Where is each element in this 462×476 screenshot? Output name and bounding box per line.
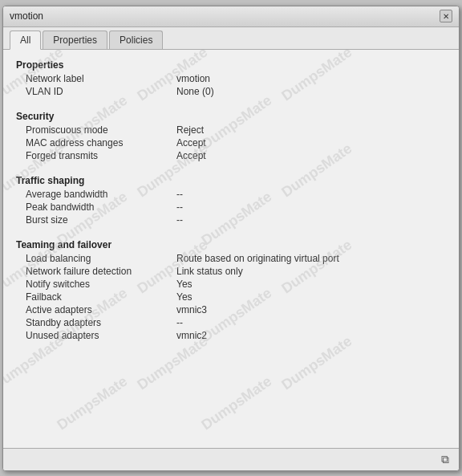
section-title-0: Properties <box>16 59 446 71</box>
prop-value-3-4: vmnic3 <box>176 304 446 315</box>
prop-value-2-1: -- <box>176 201 446 213</box>
table-row: Forged transmitsAccept <box>16 149 446 162</box>
close-button[interactable]: ✕ <box>440 10 452 22</box>
prop-label-0-1: VLAN ID <box>16 86 176 97</box>
title-bar: vmotion ✕ <box>3 6 459 27</box>
table-row: Average bandwidth-- <box>16 188 446 201</box>
prop-label-3-6: Unused adapters <box>16 330 176 341</box>
prop-value-2-0: -- <box>176 189 446 200</box>
table-row: Network failure detectionLink status onl… <box>16 265 446 278</box>
prop-value-0-0: vmotion <box>176 73 446 84</box>
tab-all[interactable]: All <box>10 31 41 50</box>
prop-label-3-5: Standby adapters <box>16 317 176 328</box>
prop-label-1-2: Forged transmits <box>16 150 176 161</box>
prop-label-3-4: Active adapters <box>16 304 176 315</box>
prop-value-3-0: Route based on originating virtual port <box>176 253 446 264</box>
prop-value-3-1: Link status only <box>176 266 446 277</box>
section-title-2: Traffic shaping <box>16 175 446 186</box>
prop-value-3-6: vmnic2 <box>176 330 446 341</box>
section-title-1: Security <box>16 111 446 122</box>
prop-label-1-0: Promiscuous mode <box>16 124 176 136</box>
table-row: VLAN IDNone (0) <box>16 85 446 98</box>
prop-label-0-0: Network label <box>16 73 176 84</box>
prop-label-2-2: Burst size <box>16 214 176 226</box>
copy-icon[interactable]: ⧉ <box>438 452 452 466</box>
window-title: vmotion <box>10 10 43 22</box>
table-row: Promiscuous modeReject <box>16 124 446 136</box>
prop-value-2-2: -- <box>176 214 446 226</box>
prop-label-1-1: MAC address changes <box>16 137 176 148</box>
tab-properties[interactable]: Properties <box>43 31 107 49</box>
prop-value-0-1: None (0) <box>176 86 446 97</box>
content-area: DumpsMateDumpsMateDumpsMateDumpsMateDump… <box>3 50 459 448</box>
prop-label-2-0: Average bandwidth <box>16 189 176 200</box>
prop-value-1-2: Accept <box>176 150 446 161</box>
tab-policies[interactable]: Policies <box>109 31 163 49</box>
table-row: Notify switchesYes <box>16 278 446 291</box>
prop-value-3-3: Yes <box>176 291 446 303</box>
table-row: Network labelvmotion <box>16 72 446 85</box>
table-row: Active adaptersvmnic3 <box>16 303 446 316</box>
prop-label-3-0: Load balancing <box>16 253 176 264</box>
prop-value-3-5: -- <box>176 317 446 328</box>
table-row: Burst size-- <box>16 214 446 226</box>
prop-label-2-1: Peak bandwidth <box>16 201 176 213</box>
prop-label-3-2: Notify switches <box>16 279 176 290</box>
table-row: MAC address changesAccept <box>16 136 446 149</box>
footer: ⧉ <box>3 448 459 470</box>
table-row: Standby adapters-- <box>16 316 446 329</box>
table-row: Peak bandwidth-- <box>16 201 446 214</box>
table-row: Load balancingRoute based on originating… <box>16 252 446 265</box>
section-title-3: Teaming and failover <box>16 239 446 250</box>
prop-label-3-3: Failback <box>16 291 176 303</box>
table-row: FailbackYes <box>16 291 446 303</box>
prop-value-1-1: Accept <box>176 137 446 148</box>
prop-label-3-1: Network failure detection <box>16 266 176 277</box>
prop-value-1-0: Reject <box>176 124 446 136</box>
prop-value-3-2: Yes <box>176 279 446 290</box>
table-row: Unused adaptersvmnic2 <box>16 329 446 342</box>
tab-bar: All Properties Policies <box>3 27 459 50</box>
main-window: vmotion ✕ All Properties Policies DumpsM… <box>2 6 460 471</box>
